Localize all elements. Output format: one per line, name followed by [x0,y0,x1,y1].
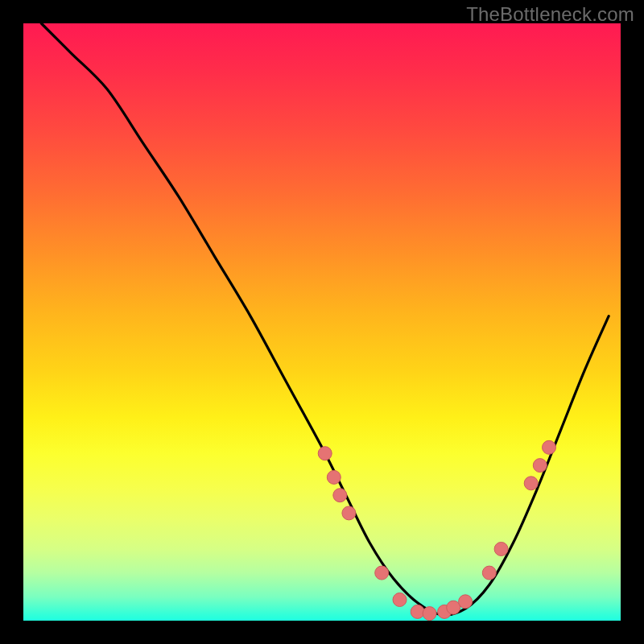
bottleneck-curve [41,23,609,615]
data-point-marker [494,543,508,556]
data-point-marker [459,595,473,609]
data-point-marker [375,566,389,580]
data-point-marker [543,440,556,454]
data-point-marker [447,601,460,614]
data-point-marker [342,506,356,520]
data-point-marker [533,459,547,473]
data-point-marker [482,566,496,580]
data-point-marker [318,447,332,460]
curve-layer [23,23,621,621]
data-point-marker [423,607,436,621]
data-point-marker [327,470,341,484]
data-point-marker [411,605,424,618]
data-point-marker [333,489,347,502]
data-point-marker [524,477,538,490]
data-point-marker [393,593,407,607]
attribution-label: TheBottleneck.com [466,3,634,26]
chart-frame: TheBottleneck.com [0,0,644,644]
